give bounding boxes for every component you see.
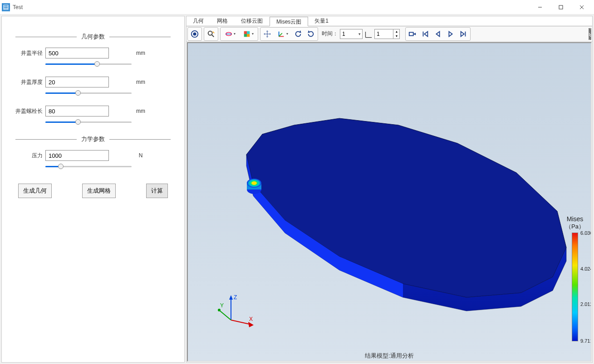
maximize-button[interactable] [550,0,571,14]
bolt-input[interactable] [45,106,109,116]
legend-tick-1: 2.012e+07 [580,301,592,307]
svg-rect-15 [247,31,250,34]
tab-geometry[interactable]: 几何 [187,16,211,26]
angle-icon[interactable] [364,29,373,39]
mises-contour-model [203,75,575,329]
svg-rect-16 [244,34,247,37]
pan-icon[interactable] [261,28,274,40]
svg-marker-24 [246,118,566,297]
axis-orient-icon[interactable]: ▾ [274,28,292,40]
legend-tick-max: 6.036e+07 [580,230,592,236]
svg-line-10 [212,34,214,37]
time-select[interactable]: 1 [340,29,363,39]
mech-group-title: 力学参数 [15,135,171,143]
thickness-label: 井盖厚度 [15,78,43,86]
thickness-slider[interactable] [45,89,132,97]
clip-plane-icon[interactable]: ▾ [221,28,239,40]
result-tabs: 几何 网格 位移云图 Mises云图 矢量1 [187,16,592,26]
time-label: 时间： [322,30,338,38]
compute-button[interactable]: 计算 [146,184,168,198]
skip-start-icon[interactable] [419,28,432,40]
svg-line-11 [213,31,215,33]
thickness-unit: mm [132,79,150,85]
svg-rect-4 [559,5,563,9]
toolbar-expand-handle[interactable] [589,28,591,40]
result-panel: 几何 网格 位移云图 Mises云图 矢量1 ▾ ▾ ▾ 时间： [186,16,593,363]
bolt-label: 井盖螺栓长 [15,107,43,115]
svg-point-31 [251,181,257,185]
svg-marker-33 [229,295,233,300]
color-legend: Mises （Pa） 6.036e+07 4.024e+07 2.012e+07… [565,215,584,341]
tab-vector1[interactable]: 矢量1 [308,16,335,26]
bolt-slider[interactable] [45,118,132,126]
generate-mesh-button[interactable]: 生成网格 [82,184,116,198]
svg-text:X: X [249,316,253,322]
radius-unit: mm [132,50,150,56]
svg-line-20 [279,33,282,36]
svg-rect-0 [4,5,8,10]
pressure-input[interactable] [45,150,109,161]
legend-unit: （Pa） [565,223,584,231]
svg-rect-21 [409,32,413,35]
svg-text:Y: Y [220,302,224,309]
pressure-unit: N [132,152,150,159]
close-button[interactable] [571,0,592,14]
tab-displacement[interactable]: 位移云图 [235,16,270,26]
svg-point-39 [218,309,221,311]
svg-point-8 [193,32,196,35]
zoom-icon[interactable] [205,28,217,40]
bolt-unit: mm [132,108,150,114]
svg-point-9 [208,31,212,35]
legend-tick-2: 4.024e+07 [580,266,592,272]
pressure-slider[interactable] [45,163,132,170]
rotate-cw-icon[interactable] [304,28,317,40]
parameter-panel: 几何参数 井盖半径 mm 井盖厚度 mm 井盖螺栓长 mm 力学参数 压力 N … [1,16,185,363]
play-icon[interactable] [444,28,457,40]
legend-title: Mises [565,215,584,223]
thickness-input[interactable] [45,77,109,87]
step-spinner[interactable]: ▴▾ [374,29,400,39]
svg-rect-14 [244,31,247,34]
colormap-cube-icon[interactable]: ▾ [239,28,257,40]
titlebar: Test [0,0,594,15]
svg-line-38 [220,311,231,320]
app-icon [2,3,10,11]
radius-input[interactable] [45,48,109,58]
geom-group-title: 几何参数 [15,32,171,41]
step-input[interactable] [375,29,393,39]
svg-marker-36 [248,322,254,327]
3d-viewport[interactable]: Z X Y Mises （Pa） 6.036e+07 4.024e+07 2.0… [187,42,592,362]
tab-mesh[interactable]: 网格 [211,16,235,26]
camera-icon[interactable] [188,28,201,40]
pressure-label: 压力 [15,152,43,160]
step-back-icon[interactable] [432,28,444,40]
svg-text:Z: Z [234,294,237,301]
svg-rect-17 [247,34,250,37]
rotate-ccw-icon[interactable] [292,28,304,40]
generate-geometry-button[interactable]: 生成几何 [18,184,52,198]
window-title: Test [13,4,530,10]
skip-end-icon[interactable] [457,28,470,40]
viewport-status: 结果模型:通用分析 [365,352,414,360]
radius-label: 井盖半径 [15,49,43,57]
record-icon[interactable] [406,28,419,40]
minimize-button[interactable] [530,0,550,14]
tab-mises[interactable]: Mises云图 [270,17,308,26]
legend-tick-min: 9.711e+02 [580,338,592,344]
coordinate-triad: Z X Y [217,293,258,334]
radius-slider[interactable] [45,60,132,68]
viewport-toolbar: ▾ ▾ ▾ 时间： 1 ▴▾ [187,26,592,42]
legend-colorbar: 6.036e+07 4.024e+07 2.012e+07 9.711e+02 [572,233,578,341]
